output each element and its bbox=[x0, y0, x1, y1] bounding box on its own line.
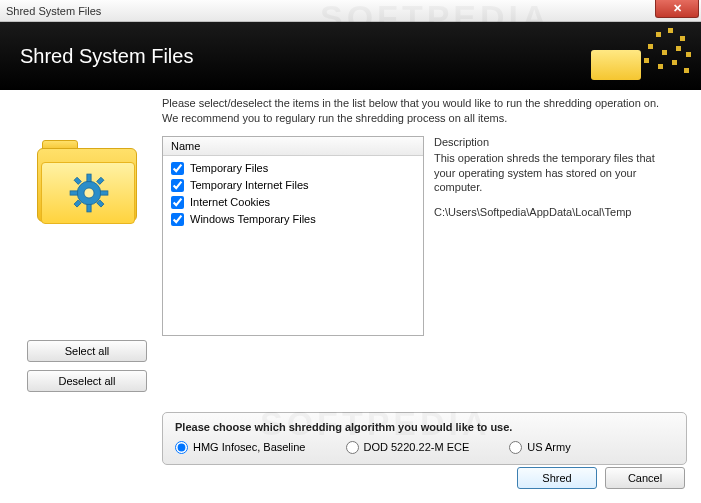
item-label: Internet Cookies bbox=[190, 196, 270, 208]
item-label: Temporary Internet Files bbox=[190, 179, 309, 191]
svg-point-9 bbox=[84, 188, 94, 198]
algorithm-radio[interactable] bbox=[175, 441, 188, 454]
description-body: This operation shreds the temporary file… bbox=[434, 151, 689, 331]
list-item[interactable]: Internet Cookies bbox=[169, 194, 417, 211]
item-label: Temporary Files bbox=[190, 162, 268, 174]
instruction-text: Please select/deselect the items in the … bbox=[162, 96, 675, 126]
gear-icon bbox=[68, 172, 110, 214]
list-item[interactable]: Temporary Files bbox=[169, 160, 417, 177]
algorithm-option[interactable]: US Army bbox=[509, 441, 570, 454]
item-checkbox[interactable] bbox=[171, 179, 184, 192]
algorithm-title: Please choose which shredding algorithm … bbox=[175, 421, 674, 433]
column-name: Name bbox=[171, 140, 415, 152]
close-button[interactable]: ✕ bbox=[655, 0, 699, 18]
algorithm-radio[interactable] bbox=[346, 441, 359, 454]
algorithm-label: US Army bbox=[527, 441, 570, 453]
algorithm-option[interactable]: DOD 5220.22-M ECE bbox=[346, 441, 470, 454]
header: Shred System Files bbox=[0, 22, 701, 90]
svg-rect-7 bbox=[97, 177, 104, 184]
algorithm-label: HMG Infosec, Baseline bbox=[193, 441, 306, 453]
item-checkbox[interactable] bbox=[171, 213, 184, 226]
item-label: Windows Temporary Files bbox=[190, 213, 316, 225]
big-folder-icon bbox=[32, 140, 142, 230]
svg-rect-4 bbox=[100, 191, 108, 195]
content: Please select/deselect the items in the … bbox=[0, 90, 701, 503]
algorithm-panel: Please choose which shredding algorithm … bbox=[162, 412, 687, 465]
list-item[interactable]: Temporary Internet Files bbox=[169, 177, 417, 194]
svg-rect-2 bbox=[87, 204, 91, 212]
cancel-button[interactable]: Cancel bbox=[605, 467, 685, 489]
folder-icon bbox=[591, 40, 641, 80]
deselect-all-button[interactable]: Deselect all bbox=[27, 370, 147, 392]
description-title: Description bbox=[434, 136, 689, 148]
window-title: Shred System Files bbox=[6, 5, 101, 17]
header-title: Shred System Files bbox=[20, 45, 193, 68]
header-art bbox=[521, 22, 701, 90]
svg-rect-3 bbox=[70, 191, 78, 195]
list-item[interactable]: Windows Temporary Files bbox=[169, 211, 417, 228]
item-checkbox[interactable] bbox=[171, 196, 184, 209]
svg-rect-5 bbox=[74, 177, 81, 184]
algorithm-option[interactable]: HMG Infosec, Baseline bbox=[175, 441, 306, 454]
shred-button[interactable]: Shred bbox=[517, 467, 597, 489]
svg-rect-1 bbox=[87, 174, 91, 182]
close-icon: ✕ bbox=[673, 2, 682, 15]
items-list: Name Temporary FilesTemporary Internet F… bbox=[162, 136, 424, 336]
algorithm-radio[interactable] bbox=[509, 441, 522, 454]
item-checkbox[interactable] bbox=[171, 162, 184, 175]
list-header[interactable]: Name bbox=[163, 137, 423, 156]
description-path: C:\Users\Softpedia\AppData\Local\Temp bbox=[434, 205, 679, 220]
titlebar: Shred System Files ✕ bbox=[0, 0, 701, 22]
algorithm-label: DOD 5220.22-M ECE bbox=[364, 441, 470, 453]
select-all-button[interactable]: Select all bbox=[27, 340, 147, 362]
description-text: This operation shreds the temporary file… bbox=[434, 151, 679, 196]
